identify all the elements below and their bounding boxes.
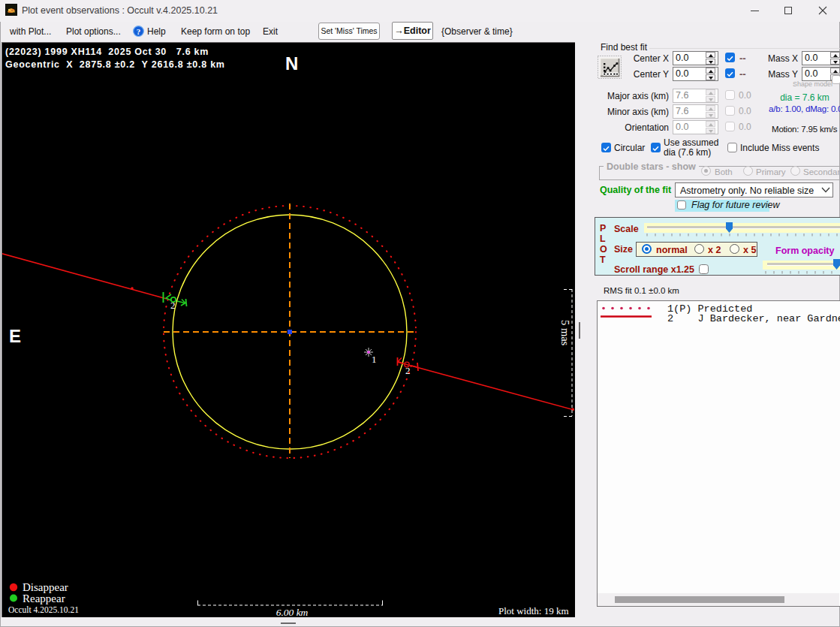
svg-text:Reappear: Reappear [23, 592, 65, 604]
svg-text:6.00 km: 6.00 km [276, 607, 309, 617]
svg-text:N: N [285, 53, 298, 74]
svg-text:1: 1 [372, 354, 377, 365]
svg-text:5 mas: 5 mas [559, 320, 571, 346]
svg-text:2: 2 [405, 365, 411, 376]
svg-text:2: 2 [170, 300, 176, 311]
svg-text:Occult 4.2025.10.21: Occult 4.2025.10.21 [8, 605, 79, 614]
svg-text:?: ? [137, 27, 141, 36]
svg-text:E: E [9, 326, 21, 346]
svg-text:Plot width: 19 km: Plot width: 19 km [498, 605, 569, 616]
